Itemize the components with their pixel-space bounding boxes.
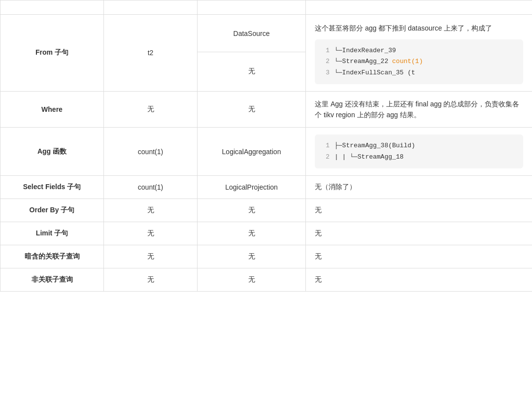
physical-from-code: 1└─IndexReader_392 └─StreamAgg_22 count(… <box>315 39 523 84</box>
line-number: 3 <box>323 67 330 78</box>
physical-limit: 无 <box>306 222 532 245</box>
physical-agg: 1├─StreamAgg_38(Build)2| | └─StreamAgg_1… <box>306 128 532 175</box>
code-line: 1├─StreamAgg_38(Build) <box>323 140 515 151</box>
sql-limit: Limit 子句 <box>0 222 104 245</box>
physical-implicit: 无 <box>306 245 532 268</box>
physical-noncorr: 无 <box>306 268 532 291</box>
code-line: 2 └─StreamAgg_22 count(1) <box>323 56 515 67</box>
table-row-limit: Limit 子句无无无 <box>0 222 532 245</box>
table-row-noncorr: 非关联子查询无无无 <box>0 268 532 291</box>
code-line: 3 └─IndexFullScan_35 (t <box>323 67 515 78</box>
source-select: count(1) <box>104 175 198 198</box>
header-logical <box>198 0 306 15</box>
source-from: t2 <box>104 15 198 92</box>
logical-select: LogicalProjection <box>198 175 306 198</box>
line-content: └─StreamAgg_22 count(1) <box>334 56 423 67</box>
logical-agg: LogicalAggregation <box>198 128 306 175</box>
table-row-implicit: 暗含的关联子查询无无无 <box>0 245 532 268</box>
line-number: 1 <box>323 45 330 56</box>
sql-select: Select Fields 子句 <box>0 175 104 198</box>
header-physical <box>306 0 532 15</box>
source-implicit: 无 <box>104 245 198 268</box>
table-row-orderby: Order By 子句无无无 <box>0 198 532 222</box>
logical-limit: 无 <box>198 222 306 245</box>
line-number: 2 <box>323 56 330 67</box>
line-content: └─IndexReader_39 <box>334 45 396 56</box>
table-row-where: Where无无这里 Agg 还没有结束，上层还有 final agg 的总成部分… <box>0 91 532 128</box>
logical-from-top: DataSource <box>198 15 306 52</box>
source-where: 无 <box>104 91 198 128</box>
table-row-from-top: From 子句t2DataSource这个甚至将部分 agg 都下推到 data… <box>0 15 532 52</box>
code-line: 1└─IndexReader_39 <box>323 45 515 56</box>
sql-from: From 子句 <box>0 15 104 92</box>
physical-where: 这里 Agg 还没有结束，上层还有 final agg 的总成部分，负责收集各个… <box>306 91 532 128</box>
sql-noncorr: 非关联子查询 <box>0 268 104 291</box>
sql-orderby: Order By 子句 <box>0 198 104 222</box>
logical-where: 无 <box>198 91 306 128</box>
physical-select: 无（消除了） <box>306 175 532 198</box>
sql-where: Where <box>0 91 104 128</box>
logical-noncorr: 无 <box>198 268 306 291</box>
table-row-agg: Agg 函数count(1)LogicalAggregation1├─Strea… <box>0 128 532 175</box>
physical-from: 这个甚至将部分 agg 都下推到 datasource 上来了，构成了1└─In… <box>306 15 532 92</box>
code-line: 2| | └─StreamAgg_18 <box>323 152 515 163</box>
physical-agg-code: 1├─StreamAgg_38(Build)2| | └─StreamAgg_1… <box>315 134 523 168</box>
table-row-select: Select Fields 子句count(1)LogicalProjectio… <box>0 175 532 198</box>
line-content: | | └─StreamAgg_18 <box>334 152 403 163</box>
logical-implicit: 无 <box>198 245 306 268</box>
sql-implicit: 暗含的关联子查询 <box>0 245 104 268</box>
physical-orderby: 无 <box>306 198 532 222</box>
header-source <box>104 0 198 15</box>
line-content: ├─StreamAgg_38(Build) <box>334 140 415 151</box>
source-agg: count(1) <box>104 128 198 175</box>
line-number: 1 <box>323 140 330 151</box>
header-sql <box>0 0 104 15</box>
physical-from-text: 这个甚至将部分 agg 都下推到 datasource 上来了，构成了 <box>315 23 523 33</box>
sql-agg: Agg 函数 <box>0 128 104 175</box>
line-number: 2 <box>323 152 330 163</box>
source-noncorr: 无 <box>104 268 198 291</box>
line-content: └─IndexFullScan_35 (t <box>334 67 415 78</box>
logical-orderby: 无 <box>198 198 306 222</box>
source-limit: 无 <box>104 222 198 245</box>
highlight-text: count(1) <box>392 58 423 65</box>
source-orderby: 无 <box>104 198 198 222</box>
logical-from-bottom: 无 <box>198 52 306 92</box>
